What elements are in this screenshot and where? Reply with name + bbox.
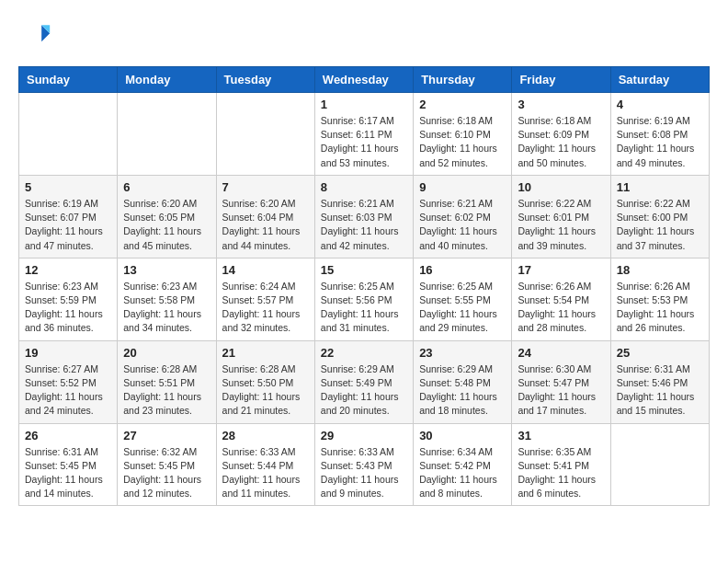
day-number: 26 <box>25 429 111 442</box>
calendar-header-friday: Friday <box>512 67 610 93</box>
calendar-cell: 8Sunrise: 6:21 AMSunset: 6:03 PMDaylight… <box>314 175 413 258</box>
day-info: Sunrise: 6:26 AMSunset: 5:53 PMDaylight:… <box>617 280 703 336</box>
calendar-cell: 30Sunrise: 6:34 AMSunset: 5:42 PMDayligh… <box>414 423 512 506</box>
day-number: 14 <box>222 263 309 277</box>
calendar-week-3: 12Sunrise: 6:23 AMSunset: 5:59 PMDayligh… <box>19 258 710 340</box>
calendar-header-monday: Monday <box>118 67 216 93</box>
day-info: Sunrise: 6:32 AMSunset: 5:45 PMDaylight:… <box>123 445 210 501</box>
day-number: 24 <box>518 346 604 360</box>
day-number: 30 <box>419 429 506 442</box>
day-info: Sunrise: 6:20 AMSunset: 6:04 PMDaylight:… <box>222 197 309 253</box>
calendar-cell: 22Sunrise: 6:29 AMSunset: 5:49 PMDayligh… <box>314 340 413 423</box>
day-info: Sunrise: 6:19 AMSunset: 6:07 PMDaylight:… <box>25 197 111 253</box>
day-number: 15 <box>321 263 407 277</box>
day-number: 19 <box>25 346 111 360</box>
day-number: 31 <box>518 429 604 442</box>
day-number: 16 <box>419 263 506 277</box>
calendar-header-saturday: Saturday <box>610 67 709 93</box>
day-number: 25 <box>617 346 703 360</box>
calendar-cell <box>216 93 314 176</box>
calendar-cell: 3Sunrise: 6:18 AMSunset: 6:09 PMDaylight… <box>512 93 610 176</box>
day-number: 9 <box>419 180 506 194</box>
calendar-week-5: 26Sunrise: 6:31 AMSunset: 5:45 PMDayligh… <box>19 423 710 506</box>
day-number: 4 <box>617 98 703 111</box>
calendar-cell: 4Sunrise: 6:19 AMSunset: 6:08 PMDaylight… <box>610 93 709 176</box>
calendar-cell: 26Sunrise: 6:31 AMSunset: 5:45 PMDayligh… <box>19 423 118 506</box>
day-info: Sunrise: 6:17 AMSunset: 6:11 PMDaylight:… <box>321 114 407 170</box>
day-info: Sunrise: 6:25 AMSunset: 5:56 PMDaylight:… <box>321 280 407 336</box>
calendar-cell: 2Sunrise: 6:18 AMSunset: 6:10 PMDaylight… <box>414 93 512 176</box>
day-number: 10 <box>518 180 604 194</box>
calendar-cell: 13Sunrise: 6:23 AMSunset: 5:58 PMDayligh… <box>118 258 216 340</box>
calendar-cell: 15Sunrise: 6:25 AMSunset: 5:56 PMDayligh… <box>314 258 413 340</box>
calendar-header-wednesday: Wednesday <box>314 67 413 93</box>
calendar-header-tuesday: Tuesday <box>216 67 314 93</box>
calendar-cell: 25Sunrise: 6:31 AMSunset: 5:46 PMDayligh… <box>610 340 709 423</box>
day-info: Sunrise: 6:21 AMSunset: 6:02 PMDaylight:… <box>419 197 506 253</box>
day-info: Sunrise: 6:21 AMSunset: 6:03 PMDaylight:… <box>321 197 407 253</box>
day-number: 6 <box>123 180 210 194</box>
day-number: 8 <box>321 180 407 194</box>
day-info: Sunrise: 6:18 AMSunset: 6:10 PMDaylight:… <box>419 114 506 170</box>
calendar-cell: 18Sunrise: 6:26 AMSunset: 5:53 PMDayligh… <box>610 258 709 340</box>
page-header <box>18 18 710 52</box>
calendar-cell: 28Sunrise: 6:33 AMSunset: 5:44 PMDayligh… <box>216 423 314 506</box>
calendar-cell: 10Sunrise: 6:22 AMSunset: 6:01 PMDayligh… <box>512 175 610 258</box>
day-number: 7 <box>222 180 309 194</box>
calendar-cell: 20Sunrise: 6:28 AMSunset: 5:51 PMDayligh… <box>118 340 216 423</box>
day-info: Sunrise: 6:28 AMSunset: 5:51 PMDaylight:… <box>123 362 210 419</box>
calendar-cell <box>19 93 118 176</box>
calendar-cell: 5Sunrise: 6:19 AMSunset: 6:07 PMDaylight… <box>19 175 118 258</box>
day-info: Sunrise: 6:26 AMSunset: 5:54 PMDaylight:… <box>518 280 604 336</box>
calendar-cell: 31Sunrise: 6:35 AMSunset: 5:41 PMDayligh… <box>512 423 610 506</box>
day-number: 13 <box>123 263 210 277</box>
day-info: Sunrise: 6:29 AMSunset: 5:49 PMDaylight:… <box>321 362 407 419</box>
calendar-cell: 29Sunrise: 6:33 AMSunset: 5:43 PMDayligh… <box>314 423 413 506</box>
calendar-cell: 6Sunrise: 6:20 AMSunset: 6:05 PMDaylight… <box>118 175 216 258</box>
day-info: Sunrise: 6:22 AMSunset: 6:01 PMDaylight:… <box>518 197 604 253</box>
day-number: 12 <box>25 263 111 277</box>
calendar-cell: 19Sunrise: 6:27 AMSunset: 5:52 PMDayligh… <box>19 340 118 423</box>
day-number: 27 <box>123 429 210 442</box>
day-info: Sunrise: 6:22 AMSunset: 6:00 PMDaylight:… <box>617 197 703 253</box>
calendar-cell: 21Sunrise: 6:28 AMSunset: 5:50 PMDayligh… <box>216 340 314 423</box>
day-number: 29 <box>321 429 407 442</box>
day-info: Sunrise: 6:27 AMSunset: 5:52 PMDaylight:… <box>25 362 111 419</box>
day-info: Sunrise: 6:35 AMSunset: 5:41 PMDaylight:… <box>518 445 604 501</box>
calendar-week-1: 1Sunrise: 6:17 AMSunset: 6:11 PMDaylight… <box>19 93 710 176</box>
day-number: 28 <box>222 429 309 442</box>
day-number: 21 <box>222 346 309 360</box>
day-number: 20 <box>123 346 210 360</box>
day-info: Sunrise: 6:24 AMSunset: 5:57 PMDaylight:… <box>222 280 309 336</box>
calendar-cell: 27Sunrise: 6:32 AMSunset: 5:45 PMDayligh… <box>118 423 216 506</box>
day-info: Sunrise: 6:23 AMSunset: 5:59 PMDaylight:… <box>25 280 111 336</box>
day-info: Sunrise: 6:20 AMSunset: 6:05 PMDaylight:… <box>123 197 210 253</box>
day-info: Sunrise: 6:23 AMSunset: 5:58 PMDaylight:… <box>123 280 210 336</box>
calendar-cell: 17Sunrise: 6:26 AMSunset: 5:54 PMDayligh… <box>512 258 610 340</box>
calendar-cell <box>610 423 709 506</box>
day-info: Sunrise: 6:33 AMSunset: 5:44 PMDaylight:… <box>222 445 309 501</box>
calendar-cell: 14Sunrise: 6:24 AMSunset: 5:57 PMDayligh… <box>216 258 314 340</box>
calendar-cell: 11Sunrise: 6:22 AMSunset: 6:00 PMDayligh… <box>610 175 709 258</box>
calendar-cell: 24Sunrise: 6:30 AMSunset: 5:47 PMDayligh… <box>512 340 610 423</box>
calendar-cell: 7Sunrise: 6:20 AMSunset: 6:04 PMDaylight… <box>216 175 314 258</box>
calendar-cell: 9Sunrise: 6:21 AMSunset: 6:02 PMDaylight… <box>414 175 512 258</box>
day-info: Sunrise: 6:31 AMSunset: 5:45 PMDaylight:… <box>25 445 111 501</box>
day-info: Sunrise: 6:31 AMSunset: 5:46 PMDaylight:… <box>617 362 703 419</box>
day-info: Sunrise: 6:33 AMSunset: 5:43 PMDaylight:… <box>321 445 407 501</box>
logo <box>18 18 57 52</box>
day-info: Sunrise: 6:29 AMSunset: 5:48 PMDaylight:… <box>419 362 506 419</box>
calendar-header-sunday: Sunday <box>19 67 118 93</box>
day-info: Sunrise: 6:19 AMSunset: 6:08 PMDaylight:… <box>617 114 703 170</box>
calendar-week-4: 19Sunrise: 6:27 AMSunset: 5:52 PMDayligh… <box>19 340 710 423</box>
calendar-cell: 12Sunrise: 6:23 AMSunset: 5:59 PMDayligh… <box>19 258 118 340</box>
day-number: 11 <box>617 180 703 194</box>
day-number: 18 <box>617 263 703 277</box>
calendar: SundayMondayTuesdayWednesdayThursdayFrid… <box>18 66 710 506</box>
day-number: 3 <box>518 98 604 111</box>
day-number: 23 <box>419 346 506 360</box>
day-info: Sunrise: 6:34 AMSunset: 5:42 PMDaylight:… <box>419 445 506 501</box>
day-info: Sunrise: 6:28 AMSunset: 5:50 PMDaylight:… <box>222 362 309 419</box>
day-info: Sunrise: 6:30 AMSunset: 5:47 PMDaylight:… <box>518 362 604 419</box>
day-info: Sunrise: 6:25 AMSunset: 5:55 PMDaylight:… <box>419 280 506 336</box>
